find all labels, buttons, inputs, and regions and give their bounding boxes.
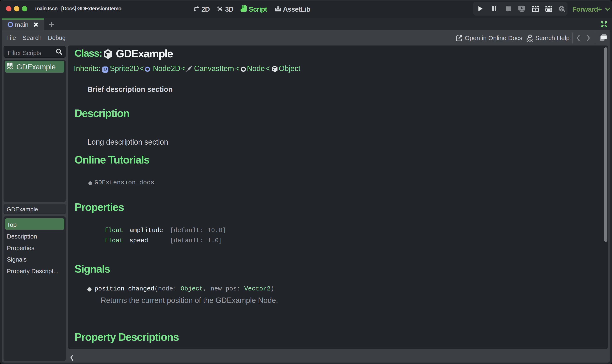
svg-text:DOC: DOC: [527, 39, 534, 42]
svg-text:DOC: DOC: [7, 66, 13, 69]
